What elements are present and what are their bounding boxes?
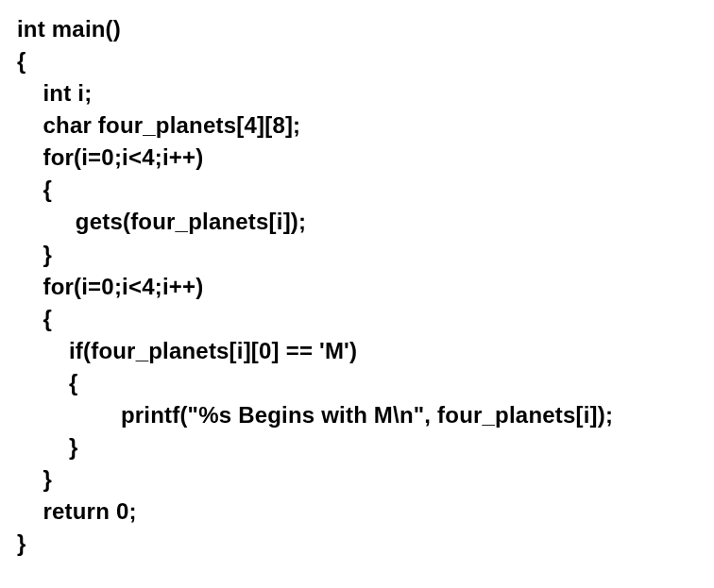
code-line: { [17,48,26,74]
code-line: int main() [17,16,121,42]
code-line: } [17,434,77,460]
code-line: } [17,530,26,556]
code-line: gets(four_planets[i]); [17,209,306,234]
code-line: printf("%s Begins with M\n", four_planet… [17,402,613,428]
code-line: int i; [17,80,92,106]
code-block: int main() { int i; char four_planets[4]… [17,13,697,560]
code-line: for(i=0;i<4;i++) [17,274,203,299]
code-line: for(i=0;i<4;i++) [17,144,203,170]
code-line: return 0; [17,498,137,524]
code-line: } [17,466,52,492]
code-line: { [17,370,77,395]
code-line: char four_planets[4][8]; [17,112,300,138]
code-line: { [17,176,52,202]
code-line: } [17,242,52,267]
code-line: { [17,306,52,331]
code-line: if(four_planets[i][0] == 'M') [17,338,357,363]
